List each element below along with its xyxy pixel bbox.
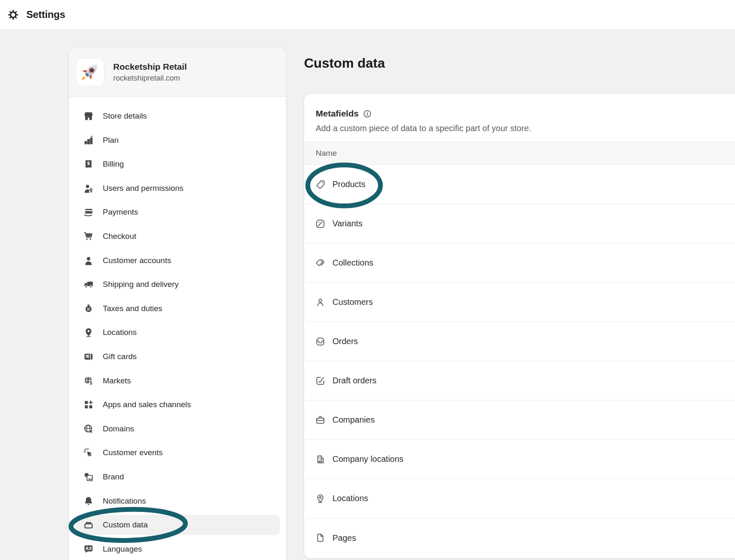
brand-icon: [84, 472, 94, 482]
cursor-icon: [84, 448, 94, 458]
svg-text:$: $: [90, 380, 92, 385]
sidebar-item-checkout[interactable]: Checkout: [75, 226, 280, 246]
metafields-title: Metafields: [316, 108, 359, 119]
briefcase-icon: [315, 415, 326, 426]
sidebar-item-label: Shipping and delivery: [103, 280, 179, 289]
bell-icon: [84, 496, 94, 506]
sidebar-item-shipping-and-delivery[interactable]: Shipping and delivery: [75, 274, 280, 294]
store-header: Rocketship Retail rocketshipretail.com: [69, 48, 286, 97]
apps-icon: [84, 400, 94, 410]
sidebar-item-label: Brand: [103, 472, 124, 481]
draft-order-icon: [315, 375, 326, 386]
sidebar-item-label: Users and permissions: [103, 184, 183, 193]
topbar: Settings: [0, 0, 735, 29]
sidebar-item-locations[interactable]: Locations: [75, 322, 280, 342]
sidebar-item-label: Payments: [103, 208, 138, 217]
sidebar-item-languages[interactable]: A Languages: [75, 539, 280, 559]
sidebar-item-label: Gift cards: [103, 352, 137, 361]
pin-icon: [84, 327, 94, 337]
settings-page-body: Rocketship Retail rocketshipretail.com S…: [0, 29, 735, 560]
sidebar-item-custom-data[interactable]: Custom data: [75, 515, 280, 535]
row-label: Draft orders: [332, 376, 377, 385]
main-content: Custom data Metafields Add a custom piec…: [304, 48, 735, 71]
metafield-row-draft-orders[interactable]: Draft orders: [304, 361, 735, 400]
metafield-row-locations[interactable]: Locations: [304, 479, 735, 518]
row-label: Locations: [332, 494, 368, 503]
markets-icon: $: [84, 376, 94, 386]
metafield-row-customers[interactable]: Customers: [304, 283, 735, 322]
storefront-icon: [84, 111, 94, 121]
table-header-name: Name: [304, 142, 735, 165]
billing-icon: $: [84, 159, 94, 169]
settings-sidebar: Rocketship Retail rocketshipretail.com S…: [69, 48, 286, 560]
metafield-row-collections[interactable]: Collections: [304, 243, 735, 283]
row-label: Collections: [332, 258, 373, 268]
sidebar-item-label: Domains: [103, 424, 134, 433]
users-icon: [84, 183, 94, 193]
payments-icon: [84, 207, 94, 217]
gift-card-icon: [84, 352, 94, 362]
sidebar-item-label: Notifications: [103, 497, 146, 506]
plan-icon: [84, 135, 94, 145]
metafields-description: Add a custom piece of data to a specific…: [316, 123, 735, 133]
metafield-row-orders[interactable]: Orders: [304, 322, 735, 361]
sidebar-item-label: Plan: [103, 136, 119, 145]
tag-icon: [315, 179, 326, 190]
sidebar-item-taxes-and-duties[interactable]: Taxes and duties: [75, 299, 280, 319]
store-domain: rocketshipretail.com: [113, 74, 187, 83]
sidebar-item-gift-cards[interactable]: Gift cards: [75, 347, 280, 367]
sidebar-item-label: Apps and sales channels: [103, 400, 191, 409]
sidebar-item-label: Languages: [103, 545, 142, 554]
sidebar-item-markets[interactable]: $ Markets: [75, 371, 280, 391]
domains-icon: [84, 424, 94, 434]
building-icon: [315, 454, 326, 465]
row-label: Variants: [332, 219, 362, 228]
page-icon: [315, 532, 326, 543]
sidebar-item-label: Customer events: [103, 448, 163, 457]
sidebar-item-billing[interactable]: $ Billing: [75, 154, 280, 174]
row-label: Companies: [332, 415, 375, 425]
metafields-card: Metafields Add a custom piece of data to…: [304, 94, 735, 558]
sidebar-item-label: Customer accounts: [103, 256, 171, 265]
customer-icon: [315, 297, 326, 308]
rocket-icon: [76, 58, 104, 86]
sidebar-item-notifications[interactable]: Notifications: [75, 491, 280, 511]
store-name: Rocketship Retail: [113, 62, 187, 72]
sidebar-item-brand[interactable]: Brand: [75, 467, 280, 487]
sidebar-item-label: Locations: [103, 328, 137, 337]
sidebar-item-apps-and-sales-channels[interactable]: Apps and sales channels: [75, 395, 280, 415]
metafield-row-pages[interactable]: Pages: [304, 518, 735, 557]
sidebar-item-customer-accounts[interactable]: Customer accounts: [75, 251, 280, 271]
row-label: Company locations: [332, 454, 403, 464]
metafield-row-company-locations[interactable]: Company locations: [304, 440, 735, 479]
truck-icon: [84, 279, 94, 289]
metafields-card-header: Metafields Add a custom piece of data to…: [304, 94, 735, 133]
collections-icon: [315, 258, 326, 269]
sidebar-item-label: Billing: [103, 160, 124, 169]
page-title: Custom data: [304, 55, 735, 71]
sidebar-item-label: Custom data: [103, 520, 148, 530]
sidebar-item-plan[interactable]: Plan: [75, 130, 280, 150]
sidebar-item-store-details[interactable]: Store details: [75, 106, 280, 126]
sidebar-item-domains[interactable]: Domains: [75, 419, 280, 439]
sidebar-item-payments[interactable]: Payments: [75, 202, 280, 222]
pin-outline-icon: [315, 493, 326, 504]
gear-icon: [8, 9, 19, 20]
sidebar-item-users-and-permissions[interactable]: Users and permissions: [75, 178, 280, 198]
svg-text:A: A: [86, 546, 89, 551]
metafield-row-companies[interactable]: Companies: [304, 400, 735, 440]
shopify-settings-page: { "topbar": { "title": "Settings", "icon…: [0, 0, 735, 560]
info-icon[interactable]: [363, 109, 372, 118]
brick-icon: [84, 520, 94, 530]
sidebar-item-label: Taxes and duties: [103, 304, 162, 313]
sidebar-item-customer-events[interactable]: Customer events: [75, 443, 280, 463]
store-meta: Rocketship Retail rocketshipretail.com: [113, 62, 187, 83]
person-icon: [84, 256, 94, 266]
metafield-row-products[interactable]: Products: [304, 165, 735, 204]
page-header-title: Settings: [26, 9, 65, 20]
row-label: Orders: [332, 337, 358, 346]
variant-icon: [315, 218, 326, 229]
metafield-row-variants[interactable]: Variants: [304, 204, 735, 243]
settings-nav: Store details Plan $ Billing Users and p…: [69, 97, 286, 559]
cart-icon: [84, 231, 94, 241]
